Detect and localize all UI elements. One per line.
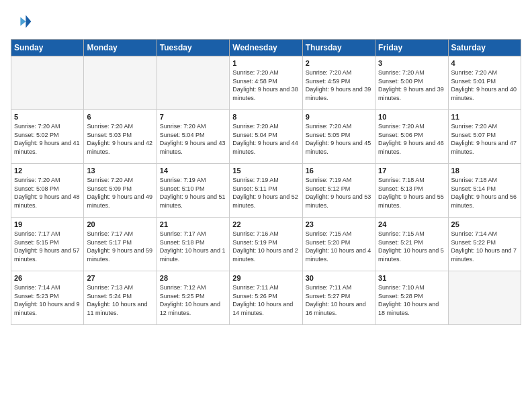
day-info: Sunrise: 7:20 AMSunset: 5:08 PMDaylight:… bbox=[14, 176, 81, 210]
day-info: Sunrise: 7:11 AMSunset: 5:26 PMDaylight:… bbox=[232, 283, 299, 317]
week-row: 19Sunrise: 7:17 AMSunset: 5:15 PMDayligh… bbox=[11, 218, 521, 271]
day-number: 16 bbox=[306, 167, 372, 175]
calendar-cell: 17Sunrise: 7:18 AMSunset: 5:13 PMDayligh… bbox=[375, 164, 448, 218]
day-info: Sunrise: 7:19 AMSunset: 5:10 PMDaylight:… bbox=[160, 176, 226, 210]
day-number: 15 bbox=[232, 167, 299, 175]
day-info: Sunrise: 7:19 AMSunset: 5:12 PMDaylight:… bbox=[306, 176, 372, 210]
calendar-cell: 3Sunrise: 7:20 AMSunset: 5:00 PMDaylight… bbox=[375, 56, 448, 110]
day-info: Sunrise: 7:20 AMSunset: 5:00 PMDaylight:… bbox=[378, 68, 445, 102]
calendar-cell bbox=[157, 56, 229, 110]
calendar-cell: 22Sunrise: 7:16 AMSunset: 5:19 PMDayligh… bbox=[230, 218, 302, 271]
calendar-cell: 26Sunrise: 7:14 AMSunset: 5:23 PMDayligh… bbox=[11, 271, 84, 325]
calendar-cell: 11Sunrise: 7:20 AMSunset: 5:07 PMDayligh… bbox=[448, 110, 521, 164]
day-number: 2 bbox=[306, 59, 372, 67]
calendar-cell: 16Sunrise: 7:19 AMSunset: 5:12 PMDayligh… bbox=[302, 164, 375, 218]
day-number: 3 bbox=[378, 59, 445, 67]
day-info: Sunrise: 7:20 AMSunset: 5:07 PMDaylight:… bbox=[451, 122, 518, 156]
day-info: Sunrise: 7:19 AMSunset: 5:11 PMDaylight:… bbox=[232, 176, 299, 210]
day-info: Sunrise: 7:10 AMSunset: 5:28 PMDaylight:… bbox=[378, 283, 445, 317]
day-info: Sunrise: 7:12 AMSunset: 5:25 PMDaylight:… bbox=[160, 283, 226, 317]
day-number: 11 bbox=[451, 113, 518, 121]
header-cell-monday: Monday bbox=[84, 40, 157, 56]
day-info: Sunrise: 7:15 AMSunset: 5:21 PMDaylight:… bbox=[378, 230, 445, 263]
day-number: 14 bbox=[160, 167, 226, 175]
day-number: 28 bbox=[160, 274, 226, 282]
calendar-cell bbox=[448, 271, 521, 325]
day-info: Sunrise: 7:15 AMSunset: 5:20 PMDaylight:… bbox=[306, 230, 372, 263]
day-info: Sunrise: 7:20 AMSunset: 5:04 PMDaylight:… bbox=[232, 122, 299, 156]
day-number: 26 bbox=[14, 274, 81, 282]
calendar-cell: 31Sunrise: 7:10 AMSunset: 5:28 PMDayligh… bbox=[375, 271, 448, 325]
day-number: 7 bbox=[160, 113, 226, 121]
day-number: 22 bbox=[232, 220, 299, 228]
day-info: Sunrise: 7:20 AMSunset: 5:01 PMDaylight:… bbox=[451, 68, 518, 102]
calendar-cell: 1Sunrise: 7:20 AMSunset: 4:58 PMDaylight… bbox=[230, 56, 302, 110]
day-number: 12 bbox=[14, 167, 81, 175]
logo bbox=[11, 11, 35, 32]
calendar-cell: 28Sunrise: 7:12 AMSunset: 5:25 PMDayligh… bbox=[157, 271, 229, 325]
calendar-cell: 23Sunrise: 7:15 AMSunset: 5:20 PMDayligh… bbox=[302, 218, 375, 271]
calendar-cell: 12Sunrise: 7:20 AMSunset: 5:08 PMDayligh… bbox=[11, 164, 84, 218]
day-info: Sunrise: 7:20 AMSunset: 4:58 PMDaylight:… bbox=[232, 68, 299, 102]
day-number: 5 bbox=[14, 113, 81, 121]
day-number: 21 bbox=[160, 220, 226, 228]
day-info: Sunrise: 7:11 AMSunset: 5:27 PMDaylight:… bbox=[306, 283, 372, 317]
calendar-cell: 15Sunrise: 7:19 AMSunset: 5:11 PMDayligh… bbox=[230, 164, 302, 218]
day-info: Sunrise: 7:20 AMSunset: 5:09 PMDaylight:… bbox=[87, 176, 153, 210]
calendar-cell: 24Sunrise: 7:15 AMSunset: 5:21 PMDayligh… bbox=[375, 218, 448, 271]
calendar-cell: 4Sunrise: 7:20 AMSunset: 5:01 PMDaylight… bbox=[448, 56, 521, 110]
calendar-cell: 18Sunrise: 7:18 AMSunset: 5:14 PMDayligh… bbox=[448, 164, 521, 218]
day-info: Sunrise: 7:20 AMSunset: 5:02 PMDaylight:… bbox=[14, 122, 81, 156]
calendar-cell: 13Sunrise: 7:20 AMSunset: 5:09 PMDayligh… bbox=[84, 164, 157, 218]
calendar-cell: 9Sunrise: 7:20 AMSunset: 5:05 PMDaylight… bbox=[302, 110, 375, 164]
header-cell-sunday: Sunday bbox=[11, 40, 84, 56]
day-number: 29 bbox=[232, 274, 299, 282]
calendar-cell: 29Sunrise: 7:11 AMSunset: 5:26 PMDayligh… bbox=[230, 271, 302, 325]
header-cell-tuesday: Tuesday bbox=[157, 40, 229, 56]
calendar-cell: 25Sunrise: 7:14 AMSunset: 5:22 PMDayligh… bbox=[448, 218, 521, 271]
week-row: 5Sunrise: 7:20 AMSunset: 5:02 PMDaylight… bbox=[11, 110, 521, 164]
header-cell-saturday: Saturday bbox=[448, 40, 521, 56]
day-number: 23 bbox=[306, 220, 372, 228]
svg-marker-1 bbox=[20, 17, 26, 26]
day-info: Sunrise: 7:16 AMSunset: 5:19 PMDaylight:… bbox=[232, 230, 299, 263]
calendar-cell bbox=[11, 56, 84, 110]
day-number: 18 bbox=[451, 167, 518, 175]
day-number: 13 bbox=[87, 167, 153, 175]
week-row: 1Sunrise: 7:20 AMSunset: 4:58 PMDaylight… bbox=[11, 56, 521, 110]
header-cell-wednesday: Wednesday bbox=[230, 40, 302, 56]
day-info: Sunrise: 7:18 AMSunset: 5:13 PMDaylight:… bbox=[378, 176, 445, 210]
calendar-cell: 20Sunrise: 7:17 AMSunset: 5:17 PMDayligh… bbox=[84, 218, 157, 271]
calendar-cell bbox=[84, 56, 157, 110]
day-number: 1 bbox=[232, 59, 299, 67]
calendar-cell: 30Sunrise: 7:11 AMSunset: 5:27 PMDayligh… bbox=[302, 271, 375, 325]
day-info: Sunrise: 7:20 AMSunset: 5:03 PMDaylight:… bbox=[87, 122, 153, 156]
day-info: Sunrise: 7:20 AMSunset: 5:06 PMDaylight:… bbox=[378, 122, 445, 156]
day-number: 20 bbox=[87, 220, 153, 228]
calendar-cell: 19Sunrise: 7:17 AMSunset: 5:15 PMDayligh… bbox=[11, 218, 84, 271]
day-number: 30 bbox=[306, 274, 372, 282]
day-info: Sunrise: 7:20 AMSunset: 4:59 PMDaylight:… bbox=[306, 68, 372, 102]
calendar-cell: 14Sunrise: 7:19 AMSunset: 5:10 PMDayligh… bbox=[157, 164, 229, 218]
calendar-cell: 8Sunrise: 7:20 AMSunset: 5:04 PMDaylight… bbox=[230, 110, 302, 164]
calendar-cell: 5Sunrise: 7:20 AMSunset: 5:02 PMDaylight… bbox=[11, 110, 84, 164]
header-cell-thursday: Thursday bbox=[302, 40, 375, 56]
day-info: Sunrise: 7:17 AMSunset: 5:17 PMDaylight:… bbox=[87, 230, 153, 263]
calendar-table: SundayMondayTuesdayWednesdayThursdayFrid… bbox=[11, 39, 521, 325]
day-number: 8 bbox=[232, 113, 299, 121]
calendar-cell: 2Sunrise: 7:20 AMSunset: 4:59 PMDaylight… bbox=[302, 56, 375, 110]
day-info: Sunrise: 7:17 AMSunset: 5:15 PMDaylight:… bbox=[14, 230, 81, 263]
calendar-cell: 7Sunrise: 7:20 AMSunset: 5:04 PMDaylight… bbox=[157, 110, 229, 164]
calendar-cell: 21Sunrise: 7:17 AMSunset: 5:18 PMDayligh… bbox=[157, 218, 229, 271]
page-header bbox=[11, 11, 521, 32]
week-row: 12Sunrise: 7:20 AMSunset: 5:08 PMDayligh… bbox=[11, 164, 521, 218]
day-number: 31 bbox=[378, 274, 445, 282]
calendar-cell: 10Sunrise: 7:20 AMSunset: 5:06 PMDayligh… bbox=[375, 110, 448, 164]
day-number: 25 bbox=[451, 220, 518, 228]
day-number: 4 bbox=[451, 59, 518, 67]
day-number: 10 bbox=[378, 113, 445, 121]
day-number: 27 bbox=[87, 274, 153, 282]
calendar-cell: 6Sunrise: 7:20 AMSunset: 5:03 PMDaylight… bbox=[84, 110, 157, 164]
day-number: 6 bbox=[87, 113, 153, 121]
day-info: Sunrise: 7:20 AMSunset: 5:05 PMDaylight:… bbox=[306, 122, 372, 156]
